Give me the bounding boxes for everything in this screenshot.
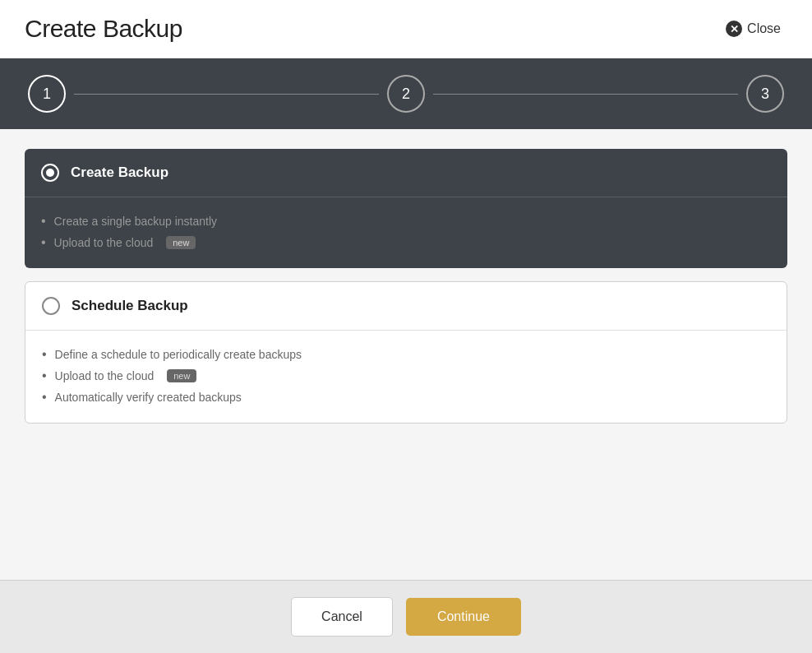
step-line-1 xyxy=(74,94,379,95)
list-item: Upload to the cloud new xyxy=(42,365,770,387)
list-item: Create a single backup instantly xyxy=(41,211,771,232)
close-icon: ✕ xyxy=(726,21,742,37)
radio-create-backup[interactable] xyxy=(41,164,59,182)
option-features-create-backup: Create a single backup instantly Upload … xyxy=(25,197,787,268)
option-card-create-backup[interactable]: Create Backup Create a single backup ins… xyxy=(25,149,787,268)
feature-text: Automatically verify created backups xyxy=(55,391,242,404)
step-2[interactable]: 2 xyxy=(387,75,425,113)
step-3[interactable]: 3 xyxy=(746,75,784,113)
modal-body: Create Backup Create a single backup ins… xyxy=(0,129,812,580)
option-label-create-backup: Create Backup xyxy=(71,164,168,181)
page-title: Create Backup xyxy=(25,15,182,43)
list-item: Automatically verify created backups xyxy=(42,387,770,408)
list-item: Upload to the cloud new xyxy=(41,232,771,253)
option-header-schedule-backup[interactable]: Schedule Backup xyxy=(25,282,787,331)
step-3-label: 3 xyxy=(761,86,769,103)
modal-header: Create Backup ✕ Close xyxy=(0,0,812,58)
feature-text: Define a schedule to periodically create… xyxy=(55,348,302,361)
modal: Create Backup ✕ Close 1 2 3 Creat xyxy=(0,0,812,653)
option-card-schedule-backup[interactable]: Schedule Backup Define a schedule to per… xyxy=(25,281,787,424)
feature-text: Upload to the cloud xyxy=(55,369,155,382)
list-item: Define a schedule to periodically create… xyxy=(42,344,770,365)
modal-footer: Cancel Continue xyxy=(0,580,812,653)
option-features-schedule-backup: Define a schedule to periodically create… xyxy=(25,331,787,423)
option-header-create-backup[interactable]: Create Backup xyxy=(25,149,787,197)
step-line-2 xyxy=(433,94,738,95)
stepper-bar: 1 2 3 xyxy=(0,58,812,129)
feature-text: Create a single backup instantly xyxy=(54,215,217,228)
feature-text: Upload to the cloud xyxy=(54,236,154,249)
new-badge: new xyxy=(166,236,196,249)
step-2-label: 2 xyxy=(402,86,410,103)
new-badge: new xyxy=(167,369,196,382)
step-1-label: 1 xyxy=(43,86,51,103)
step-1[interactable]: 1 xyxy=(28,75,66,113)
close-label: Close xyxy=(747,21,781,36)
close-button[interactable]: ✕ Close xyxy=(719,17,787,40)
radio-schedule-backup[interactable] xyxy=(42,297,60,315)
stepper: 1 2 3 xyxy=(28,75,784,113)
continue-button[interactable]: Continue xyxy=(406,598,521,636)
cancel-button[interactable]: Cancel xyxy=(291,597,393,637)
option-label-schedule-backup: Schedule Backup xyxy=(72,298,188,314)
